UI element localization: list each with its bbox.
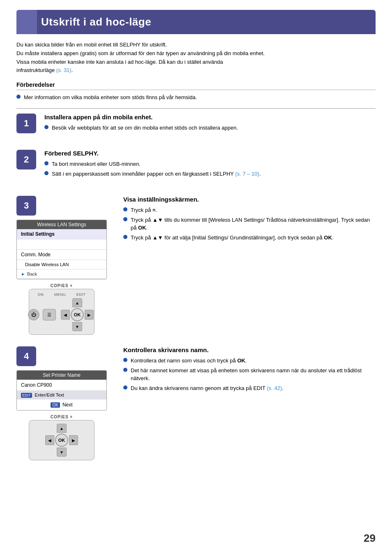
dpad4-right-button[interactable]: ▶ bbox=[69, 435, 78, 445]
dpad4-down-button[interactable]: ▼ bbox=[57, 448, 67, 457]
step-4-bullet-2: Det här namnet kommer att visas på enhet… bbox=[123, 367, 376, 383]
menu-button[interactable]: ☰ bbox=[43, 309, 56, 320]
bullet-dot bbox=[44, 125, 48, 129]
step-3-badge: 3 bbox=[16, 196, 36, 216]
ctrl-buttons-row: ⏻ ☰ ▲ ◀ OK ▶ ▼ bbox=[28, 298, 95, 331]
step-4-screen: Set Printer Name Canon CP900 EDIT Enter/… bbox=[16, 370, 107, 411]
copies-label-3: COPIES + bbox=[51, 283, 73, 288]
step4-link[interactable]: (s. 42) bbox=[267, 385, 282, 391]
ok-button-4[interactable]: OK bbox=[55, 434, 68, 447]
step-3-bullet-2: Tryck på ▲▼ tills du kommer till [Wirele… bbox=[123, 216, 376, 232]
label-on: ON bbox=[38, 292, 44, 297]
bullet-dot bbox=[44, 171, 48, 175]
step-4-bullet-3: Du kan ändra skrivarens namn genom att t… bbox=[123, 384, 376, 392]
controller-body-3: ON MENU EDIT ⏻ ☰ ▲ ◀ OK ▶ bbox=[29, 289, 95, 335]
step-3-content: Visa inställningsskärmen. Tryck på ≡. Tr… bbox=[123, 196, 376, 248]
ok-button-3[interactable]: OK bbox=[71, 308, 84, 321]
dpad-up-button[interactable]: ▲ bbox=[72, 298, 82, 307]
bullet-dot bbox=[44, 161, 48, 165]
step-2-title: Förbered SELPHY. bbox=[44, 150, 376, 157]
step-3-left: 3 Wireless LAN Settings Initial Settings… bbox=[16, 196, 115, 335]
dpad-left-button[interactable]: ◀ bbox=[61, 310, 70, 320]
infra-link[interactable]: (s. 31) bbox=[56, 67, 71, 73]
intro-line3: Vissa mobila enheter kanske inte kan ans… bbox=[16, 58, 376, 75]
steps-container: 1 Installera appen på din mobila enhet. … bbox=[16, 114, 376, 461]
preparations-list: Mer information om vilka mobila enheter … bbox=[16, 93, 376, 102]
edit-tag: EDIT bbox=[21, 393, 32, 398]
step-2-bullets: Ta bort minneskort eller USB-minnen. Sät… bbox=[44, 160, 376, 178]
step-1-content: Installera appen på din mobila enhet. Be… bbox=[44, 114, 376, 139]
power-button[interactable]: ⏻ bbox=[28, 309, 39, 320]
screen-3-item-1: Initial Settings bbox=[17, 229, 106, 239]
step-2-bullet-1: Ta bort minneskort eller USB-minnen. bbox=[44, 160, 376, 168]
label-menu: MENU bbox=[54, 292, 66, 297]
bullet-dot bbox=[123, 385, 127, 390]
step-3-screen: Wireless LAN Settings Initial Settings C… bbox=[16, 220, 107, 279]
step-4-content: Kontrollera skrivarens namn. Kontrollera… bbox=[123, 346, 376, 399]
bullet-dot bbox=[123, 358, 127, 362]
preparations-bullet-1: Mer information om vilka mobila enheter … bbox=[16, 93, 376, 102]
dpad-down-button[interactable]: ▼ bbox=[72, 322, 82, 331]
screen-3-title: Wireless LAN Settings bbox=[17, 220, 106, 229]
step-4-controller: COPIES + ▲ ◀ OK ▶ ▼ bbox=[16, 415, 107, 460]
page: Utskrift i ad hoc-läge Du kan skicka bil… bbox=[0, 0, 392, 557]
controller-body-4: ▲ ◀ OK ▶ ▼ bbox=[29, 420, 95, 460]
screen-4-field: Canon CP900 bbox=[17, 380, 106, 391]
bullet-dot bbox=[16, 95, 21, 99]
step-3-row: 3 Wireless LAN Settings Initial Settings… bbox=[16, 196, 376, 335]
label-edit: EDIT bbox=[76, 292, 86, 297]
step-2-content: Förbered SELPHY. Ta bort minneskort elle… bbox=[44, 150, 376, 184]
step2-link[interactable]: (s. 7 – 10) bbox=[235, 171, 259, 177]
step-1-bullets: Besök vår webbplats för att se om din mo… bbox=[44, 124, 376, 132]
dpad-4: ▲ ◀ OK ▶ ▼ bbox=[45, 424, 78, 457]
step-1-badge: 1 bbox=[16, 114, 36, 133]
preparations-heading: Förberedelser bbox=[16, 81, 376, 90]
dpad4-up-button[interactable]: ▲ bbox=[57, 424, 67, 433]
step-3-controller: COPIES + ON MENU EDIT ⏻ ☰ ▲ ◀ bbox=[16, 283, 107, 335]
dpad4-left-button[interactable]: ◀ bbox=[45, 435, 54, 445]
step-1-bullet-1: Besök vår webbplats för att se om din mo… bbox=[44, 124, 376, 132]
screen-3-back[interactable]: ► Back bbox=[17, 269, 106, 279]
screen-4-title: Set Printer Name bbox=[17, 371, 106, 380]
step-3-bullet-3: Tryck på ▲▼ för att välja [Initial Setti… bbox=[123, 234, 376, 242]
step-3-bullets: Tryck på ≡. Tryck på ▲▼ tills du kommer … bbox=[123, 206, 376, 241]
page-title: Utskrift i ad hoc-läge bbox=[41, 16, 367, 28]
step-3-title: Visa inställningsskärmen. bbox=[123, 196, 376, 203]
screen-3-item-3: Comm. Mode bbox=[17, 250, 106, 260]
step-4-badge: 4 bbox=[16, 346, 36, 366]
step-4-title: Kontrollera skrivarens namn. bbox=[123, 346, 376, 353]
screen-3-item-2 bbox=[17, 239, 106, 250]
step-2-row: 2 Förbered SELPHY. Ta bort minneskort el… bbox=[16, 150, 376, 184]
bullet-dot bbox=[123, 217, 127, 221]
bullet-dot bbox=[123, 207, 127, 211]
bullet-dot bbox=[123, 368, 127, 372]
screen-4-ok-row: OK Next bbox=[17, 399, 106, 410]
dpad-right-button[interactable]: ▶ bbox=[85, 310, 94, 320]
copies-label-4: COPIES + bbox=[51, 415, 73, 419]
step-1-row: 1 Installera appen på din mobila enhet. … bbox=[16, 114, 376, 139]
header-bar: Utskrift i ad hoc-läge bbox=[16, 10, 376, 34]
step-3-bullet-1: Tryck på ≡. bbox=[123, 206, 376, 214]
screen-4-edit: EDIT Enter/Edit Text bbox=[17, 391, 106, 399]
ok-badge: OK bbox=[51, 402, 60, 408]
intro-line1: Du kan skicka bilder från en mobil enhet… bbox=[16, 41, 376, 49]
header-accent bbox=[16, 10, 37, 34]
screen-3-item-4: Disable Wireless LAN bbox=[17, 260, 106, 269]
back-arrow-icon: ► bbox=[21, 272, 25, 276]
ctrl-labels-row: ON MENU EDIT bbox=[32, 292, 91, 297]
intro-section: Du kan skicka bilder från en mobil enhet… bbox=[16, 41, 376, 75]
dpad: ▲ ◀ OK ▶ ▼ bbox=[61, 298, 94, 331]
step-2-badge: 2 bbox=[16, 150, 36, 169]
step-4-left: 4 Set Printer Name Canon CP900 EDIT Ente… bbox=[16, 346, 115, 460]
step-4-bullet-1: Kontrollera det namn som visas och tryck… bbox=[123, 357, 376, 365]
bullet-dot bbox=[123, 235, 127, 239]
step-1-title: Installera appen på din mobila enhet. bbox=[44, 114, 376, 121]
step-2-bullet-2: Sätt i en papperskassett som innehåller … bbox=[44, 170, 376, 178]
intro-line2: Du måste installera appen (gratis) som ä… bbox=[16, 49, 376, 58]
step-4-bullets: Kontrollera det namn som visas och tryck… bbox=[123, 357, 376, 392]
page-number: 29 bbox=[364, 532, 376, 545]
step-4-row: 4 Set Printer Name Canon CP900 EDIT Ente… bbox=[16, 346, 376, 460]
divider bbox=[16, 108, 376, 109]
